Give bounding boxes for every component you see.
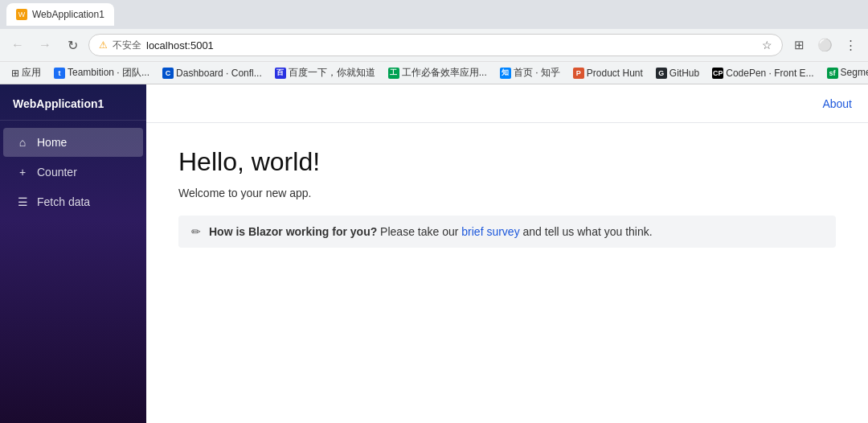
bookmark-codepen[interactable]: CP CodePen · Front E... [707,66,818,80]
bookmark-confluence[interactable]: C Dashboard · Confl... [158,66,267,80]
toolbar-right: ⊞ ⚪ ⋮ [788,34,862,56]
bookmark-baidu-label: 百度一下，你就知道 [289,66,375,80]
extensions-button[interactable]: ⊞ [788,34,810,56]
bookmark-producthunt[interactable]: P Product Hunt [568,66,648,80]
survey-banner: ✏ How is Blazor working for you? Please … [178,216,836,248]
top-bar: About [146,84,868,123]
counter-icon: + [16,166,29,179]
sidebar-item-home-label: Home [37,136,67,149]
bookmark-github-label: GitHub [669,68,699,79]
codepen-favicon: CP [712,68,723,79]
back-button[interactable]: ← [6,34,29,56]
bookmark-apps[interactable]: ⊞ 应用 [6,64,46,81]
work-apps-favicon: 工 [388,68,399,79]
survey-suffix: and tell us what you think. [520,225,653,238]
sidebar-item-home[interactable]: ⌂ Home [3,128,143,157]
browser-toolbar: ← → ↻ ⚠ 不安全 localhost:5001 ☆ ⊞ ⚪ ⋮ [0,29,868,61]
bookmark-baidu[interactable]: 百 百度一下，你就知道 [270,64,380,81]
url-text: localhost:5001 [146,39,757,51]
about-link[interactable]: About [822,97,852,110]
fetch-data-icon: ☰ [16,195,29,208]
segmentfault-favicon: sf [827,68,838,79]
reload-button[interactable]: ↻ [61,34,84,56]
page-subtitle: Welcome to your new app. [178,187,836,199]
bookmark-zhihu-label: 首页 · 知乎 [514,66,560,80]
bookmark-teambition[interactable]: t Teambition · 团队... [49,64,154,81]
survey-bold-text: How is Blazor working for you? [209,225,377,238]
bookmark-github[interactable]: G GitHub [651,66,704,80]
address-bar[interactable]: ⚠ 不安全 localhost:5001 ☆ [88,34,783,56]
sidebar-nav: ⌂ Home + Counter ☰ Fetch data [0,121,146,224]
bookmark-producthunt-label: Product Hunt [587,68,643,79]
page-title: Hello, world! [178,147,836,177]
sidebar-item-fetch-data-label: Fetch data [37,195,90,208]
profile-button[interactable]: ⚪ [813,34,836,56]
bookmark-apps-label: 应用 [22,66,41,80]
teambition-favicon: t [54,68,65,79]
bookmark-star-icon[interactable]: ☆ [762,39,772,51]
bookmark-zhihu[interactable]: 知 首页 · 知乎 [495,64,565,81]
sidebar-brand: WebApplication1 [0,84,146,121]
bookmark-confluence-label: Dashboard · Confl... [176,68,262,79]
zhihu-favicon: 知 [500,68,511,79]
home-icon: ⌂ [16,136,29,149]
browser-tabs: W WebApplication1 [0,0,868,29]
bookmark-teambition-label: Teambition · 团队... [68,66,149,80]
sidebar-item-fetch-data[interactable]: ☰ Fetch data [3,187,143,216]
pencil-icon: ✏ [191,225,201,238]
tab-favicon: W [16,9,27,20]
baidu-favicon: 百 [275,68,286,79]
bookmark-segmentfault[interactable]: sf SegmentFault 思否 [822,64,868,81]
bookmark-segmentfault-label: SegmentFault 思否 [841,66,868,80]
sidebar-item-counter-label: Counter [37,166,77,179]
github-favicon: G [656,68,667,79]
bookmarks-bar: ⊞ 应用 t Teambition · 团队... C Dashboard · … [0,61,868,84]
survey-prefix: Please take our [377,225,461,238]
bookmark-work-apps-label: 工作必备效率应用... [402,66,487,80]
main-content: About Hello, world! Welcome to your new … [146,84,868,423]
bookmark-codepen-label: CodePen · Front E... [726,68,813,79]
survey-link[interactable]: brief survey [461,225,519,238]
not-secure-label: 不安全 [113,39,141,52]
sidebar: WebApplication1 ⌂ Home + Counter ☰ Fetch… [0,84,146,423]
page-content: Hello, world! Welcome to your new app. ✏… [146,123,868,272]
menu-button[interactable]: ⋮ [839,34,862,56]
sidebar-item-counter[interactable]: + Counter [3,158,143,187]
confluence-favicon: C [162,68,174,79]
active-tab[interactable]: W WebApplication1 [6,3,114,26]
bookmark-work-apps[interactable]: 工 工作必备效率应用... [383,64,492,81]
producthunt-favicon: P [573,68,584,79]
browser-chrome: W WebApplication1 ← → ↻ ⚠ 不安全 localhost:… [0,0,868,84]
tab-title: WebApplication1 [32,9,104,20]
apps-icon: ⊞ [11,68,19,79]
security-warning-icon: ⚠ [99,39,108,51]
app-container: WebApplication1 ⌂ Home + Counter ☰ Fetch… [0,84,868,423]
survey-text: How is Blazor working for you? Please ta… [209,225,653,238]
forward-button[interactable]: → [34,34,56,56]
